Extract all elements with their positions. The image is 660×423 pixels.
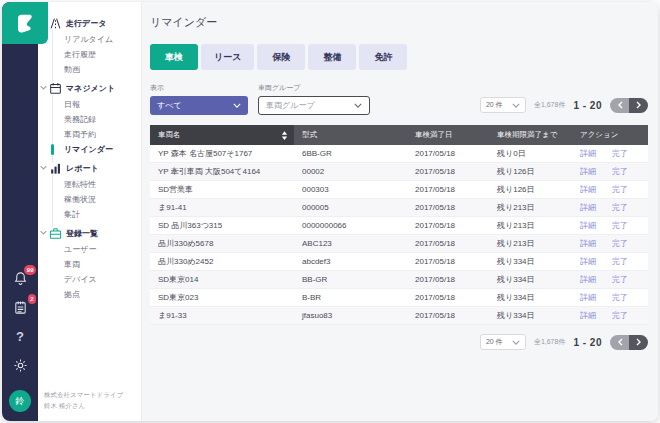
sidebar-item[interactable]: リアルタイム	[38, 32, 141, 47]
remaining-cell: 残り213日	[489, 220, 572, 231]
sidebar-item[interactable]: 稼働状況	[38, 192, 141, 207]
table-row: ま91-33jfasuo832017/05/18残り334日詳細完了	[150, 307, 648, 325]
sidebar-item[interactable]: 車両	[38, 257, 141, 272]
page-size-select[interactable]: 20 件	[480, 334, 526, 350]
complete-link[interactable]: 完了	[612, 310, 628, 321]
chevron-down-icon	[40, 165, 47, 172]
news-button[interactable]: 2	[12, 299, 28, 315]
next-page-button[interactable]	[629, 98, 648, 113]
detail-link[interactable]: 詳細	[580, 256, 596, 267]
prev-page-button[interactable]	[610, 335, 629, 350]
sidebar-group[interactable]: レポート	[38, 159, 141, 177]
avatar[interactable]: 鈴	[9, 390, 31, 412]
column-remaining: 車検期限満了まで	[489, 125, 572, 145]
model-cell: jfasuo83	[294, 311, 407, 320]
model-cell: 0000000066	[294, 221, 407, 230]
complete-link[interactable]: 完了	[612, 202, 628, 213]
sidebar-group[interactable]: マネジメント	[38, 79, 141, 97]
vehicle-name-cell: SD東京014	[150, 274, 294, 285]
tab-4[interactable]: 免許	[359, 44, 407, 70]
detail-link[interactable]: 詳細	[580, 202, 596, 213]
settings-button[interactable]	[12, 357, 28, 373]
detail-link[interactable]: 詳細	[580, 238, 596, 249]
sidebar: 走行データリアルタイム走行履歴動画マネジメント日報業務記録車両予約リマインダーレ…	[38, 2, 142, 421]
notifications-badge: 99	[24, 265, 36, 275]
display-filter: 表示 すべて	[150, 83, 248, 115]
column-expiry: 車検満了日	[407, 125, 489, 145]
expiry-cell: 2017/05/18	[407, 167, 489, 176]
sidebar-item-label: 運転特性	[64, 179, 96, 190]
complete-link[interactable]: 完了	[612, 292, 628, 303]
sidebar-item[interactable]: 日報	[38, 97, 141, 112]
sidebar-menu: 走行データリアルタイム走行履歴動画マネジメント日報業務記録車両予約リマインダーレ…	[38, 2, 141, 389]
sidebar-item[interactable]: リマインダー	[38, 142, 141, 157]
remaining-cell: 残り334日	[489, 274, 572, 285]
detail-link[interactable]: 詳細	[580, 184, 596, 195]
detail-link[interactable]: 詳細	[580, 274, 596, 285]
expiry-cell: 2017/05/18	[407, 149, 489, 158]
tab-3[interactable]: 整備	[308, 44, 356, 70]
detail-link[interactable]: 詳細	[580, 166, 596, 177]
complete-link[interactable]: 完了	[612, 238, 628, 249]
sidebar-item[interactable]: 車両予約	[38, 127, 141, 142]
model-cell: 00002	[294, 167, 407, 176]
detail-link[interactable]: 詳細	[580, 310, 596, 321]
complete-link[interactable]: 完了	[612, 184, 628, 195]
sidebar-item[interactable]: 動画	[38, 62, 141, 77]
sidebar-item-label: 集計	[64, 209, 80, 220]
bar-chart-icon	[49, 162, 62, 175]
detail-link[interactable]: 詳細	[580, 148, 596, 159]
complete-link[interactable]: 完了	[612, 220, 628, 231]
display-select[interactable]: すべて	[150, 96, 248, 115]
display-select-value: すべて	[157, 100, 182, 111]
sidebar-group-label: 走行データ	[66, 18, 106, 29]
app-window: 99 2 ? 鈴 走行データリアルタイム走行履歴動画マネジメント日報業務記録車両…	[2, 2, 658, 421]
sidebar-item[interactable]: ユーザー	[38, 242, 141, 257]
complete-link[interactable]: 完了	[612, 148, 628, 159]
vehicle-name-cell: SD 品川363つ315	[150, 220, 294, 231]
remaining-cell: 残り334日	[489, 292, 572, 303]
actions-cell: 詳細完了	[572, 238, 648, 249]
total-count: 全1,678件	[534, 337, 566, 347]
briefcase-icon	[49, 227, 62, 240]
complete-link[interactable]: 完了	[612, 166, 628, 177]
page-size-select[interactable]: 20 件	[480, 97, 526, 113]
sidebar-item[interactable]: 業務記録	[38, 112, 141, 127]
notifications-button[interactable]: 99	[12, 270, 28, 286]
tab-0[interactable]: 車検	[150, 44, 198, 70]
complete-link[interactable]: 完了	[612, 274, 628, 285]
sidebar-item[interactable]: 拠点	[38, 287, 141, 302]
tab-2[interactable]: 保険	[257, 44, 305, 70]
chevron-down-icon	[354, 103, 362, 108]
smartdrive-logo[interactable]	[2, 2, 48, 44]
vehicle-group-placeholder: 車両グループ	[266, 100, 315, 111]
reminder-table: 車両名 型式 車検満了日 車検期限満了まで アクション YP 森本 名古屋507…	[150, 125, 648, 325]
tab-1[interactable]: リース	[201, 44, 254, 70]
sidebar-item[interactable]: デバイス	[38, 272, 141, 287]
detail-link[interactable]: 詳細	[580, 292, 596, 303]
leaf-logo-icon	[13, 11, 37, 35]
sidebar-group[interactable]: 走行データ	[38, 14, 141, 32]
vehicle-name-cell: YP 牽引車両 大阪504て4164	[150, 166, 294, 177]
sidebar-group[interactable]: 登録一覧	[38, 224, 141, 242]
detail-link[interactable]: 詳細	[580, 220, 596, 231]
expiry-cell: 2017/05/18	[407, 275, 489, 284]
actions-cell: 詳細完了	[572, 292, 648, 303]
complete-link[interactable]: 完了	[612, 256, 628, 267]
chevron-right-icon	[636, 101, 642, 109]
prev-page-button[interactable]	[610, 98, 629, 113]
next-page-button[interactable]	[629, 335, 648, 350]
help-button[interactable]: ?	[12, 328, 28, 344]
vehicle-group-select[interactable]: 車両グループ	[258, 96, 370, 115]
chevron-down-icon	[40, 230, 47, 237]
total-count: 全1,678件	[534, 100, 566, 110]
chevron-left-icon	[617, 338, 623, 346]
sidebar-item[interactable]: 走行履歴	[38, 47, 141, 62]
sidebar-item[interactable]: 運転特性	[38, 177, 141, 192]
sidebar-item-label: デバイス	[64, 274, 97, 285]
sidebar-item-label: 業務記録	[64, 114, 96, 125]
vehicle-name-cell: YP 森本 名古屋507そ1767	[150, 148, 294, 159]
sidebar-item[interactable]: 集計	[38, 207, 141, 222]
column-vehicle-name[interactable]: 車両名	[150, 125, 294, 145]
sidebar-item-label: ユーザー	[64, 244, 96, 255]
